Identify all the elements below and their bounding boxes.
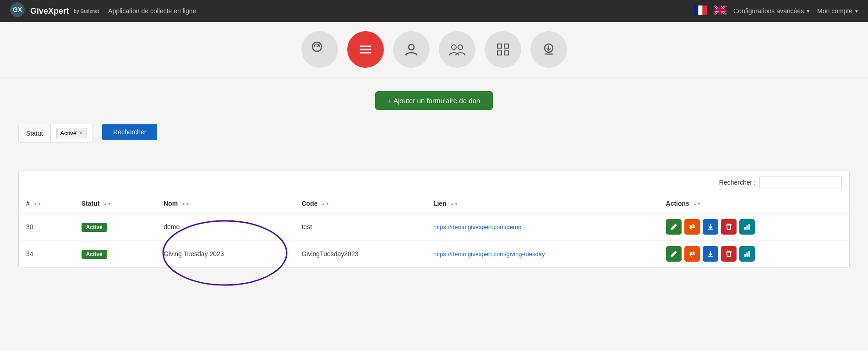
icon-nav	[0, 22, 868, 77]
transfer-button[interactable]	[684, 219, 700, 235]
forms-table: # ▲▼ Statut ▲▼ Nom ▲▼ Code ▲▼	[19, 194, 849, 268]
navbar: GX GiveXpert by Gudenet Application de c…	[0, 0, 868, 22]
svg-rect-16	[497, 51, 502, 55]
cell-code: test	[294, 213, 426, 241]
filter-row: Statut Activé ✕ Rechercher	[18, 124, 850, 156]
sort-statut-icon[interactable]: ▲▼	[103, 202, 111, 206]
search-button[interactable]: Rechercher	[102, 124, 157, 140]
uk-flag-icon[interactable]	[714, 5, 726, 16]
edit-button[interactable]	[666, 246, 682, 262]
filter-tag-active[interactable]: Activé ✕	[56, 128, 87, 138]
table-row: 34 Activé Giving Tuesday 2023 GivingTues…	[19, 241, 849, 268]
col-id: # ▲▼	[19, 194, 74, 213]
svg-point-13	[458, 45, 463, 49]
cell-statut: Activé	[74, 241, 156, 268]
filter-tag-label: Activé	[60, 130, 76, 137]
delete-button[interactable]	[721, 246, 737, 262]
nav-download[interactable]	[530, 31, 567, 68]
cell-statut: Activé	[74, 213, 156, 241]
table-header-row: # ▲▼ Statut ▲▼ Nom ▲▼ Code ▲▼	[19, 194, 849, 213]
cell-lien: https://demo.givexpert.com/giving-tuesda…	[426, 241, 659, 268]
app-subtitle: Application de collecte en ligne	[108, 7, 196, 15]
nav-forms-list[interactable]	[347, 31, 384, 68]
svg-rect-14	[497, 44, 502, 48]
stats-button[interactable]	[739, 246, 755, 262]
svg-rect-25	[746, 252, 748, 257]
table-search-input[interactable]	[759, 176, 842, 188]
cell-id: 30	[19, 213, 74, 241]
cell-actions	[659, 241, 849, 268]
svg-rect-17	[504, 51, 508, 55]
col-nom: Nom ▲▼	[156, 194, 294, 213]
col-actions: Actions ▲▼	[659, 194, 849, 213]
account-chevron-icon: ▼	[854, 9, 859, 14]
brand-icon: GX	[9, 1, 26, 21]
col-lien: Lien ▲▼	[426, 194, 659, 213]
brand-sub: by Gudenet	[74, 9, 99, 14]
action-buttons	[666, 219, 842, 235]
configs-menu[interactable]: Configurations avancées ▼	[733, 7, 810, 15]
sort-code-icon[interactable]: ▲▼	[321, 202, 329, 206]
add-form-button[interactable]: + Ajouter un formulaire de don	[375, 91, 493, 110]
configs-chevron-icon: ▼	[806, 9, 810, 14]
table-section: Rechercher : # ▲▼ Statut ▲▼ Nom ▲▼	[18, 170, 850, 268]
svg-line-7	[317, 45, 319, 47]
configs-label: Configurations avancées	[733, 7, 804, 15]
cell-code: GivingTuesday2023	[294, 241, 426, 268]
cell-actions	[659, 213, 849, 241]
filter-bar: Statut Activé ✕	[18, 124, 93, 143]
svg-point-11	[409, 44, 414, 50]
nav-grid[interactable]	[485, 31, 521, 68]
svg-rect-24	[744, 254, 746, 257]
svg-rect-21	[746, 225, 748, 230]
sort-actions-icon[interactable]: ▲▼	[693, 202, 701, 206]
account-label: Mon compte	[817, 7, 852, 15]
status-badge: Activé	[82, 250, 107, 259]
svg-rect-26	[748, 251, 750, 257]
svg-rect-4	[703, 5, 707, 15]
main-content: + Ajouter un formulaire de don Statut Ac…	[0, 77, 868, 351]
remove-filter-tag-icon[interactable]: ✕	[79, 130, 83, 136]
svg-text:GX: GX	[13, 6, 22, 13]
french-flag-icon[interactable]	[694, 5, 707, 16]
nav-user[interactable]	[393, 31, 430, 68]
cell-lien: https://demo.givexpert.com/demo	[426, 213, 659, 241]
brand-logo-area[interactable]: GX GiveXpert by Gudenet	[9, 1, 99, 21]
brand-name: GiveXpert	[30, 6, 69, 16]
col-statut: Statut ▲▼	[74, 194, 156, 213]
sort-lien-icon[interactable]: ▲▼	[450, 202, 459, 206]
stats-button[interactable]	[739, 219, 755, 235]
transfer-button[interactable]	[684, 246, 700, 262]
svg-rect-2	[694, 5, 698, 15]
navbar-right: Configurations avancées ▼ Mon compte ▼	[694, 5, 859, 16]
nav-group[interactable]	[439, 31, 475, 68]
svg-rect-3	[698, 5, 702, 15]
cell-id: 34	[19, 241, 74, 268]
form-link[interactable]: https://demo.givexpert.com/giving-tuesda…	[433, 251, 545, 258]
download-button[interactable]	[703, 219, 718, 235]
svg-rect-22	[748, 224, 750, 230]
download-button[interactable]	[703, 246, 718, 262]
edit-button[interactable]	[666, 219, 682, 235]
nav-dashboard[interactable]	[301, 31, 338, 68]
cell-nom: Giving Tuesday 2023	[156, 241, 294, 268]
sort-id-icon[interactable]: ▲▼	[33, 202, 42, 206]
col-code: Code ▲▼	[294, 194, 426, 213]
table-row: 30 Activé demo test https://demo.givexpe…	[19, 213, 849, 241]
table-search-bar: Rechercher :	[19, 170, 849, 194]
cell-nom: demo	[156, 213, 294, 241]
svg-rect-15	[504, 44, 508, 48]
filter-tags-area: Activé ✕	[51, 124, 93, 142]
status-badge: Activé	[82, 223, 107, 232]
svg-rect-20	[744, 227, 746, 230]
filter-label: Statut	[19, 124, 51, 142]
form-link[interactable]: https://demo.givexpert.com/demo	[433, 224, 521, 230]
svg-point-12	[452, 45, 456, 49]
action-buttons	[666, 246, 842, 262]
table-search-label: Rechercher :	[719, 179, 756, 186]
sort-nom-icon[interactable]: ▲▼	[181, 202, 190, 206]
delete-button[interactable]	[721, 219, 737, 235]
account-menu[interactable]: Mon compte ▼	[817, 7, 859, 15]
